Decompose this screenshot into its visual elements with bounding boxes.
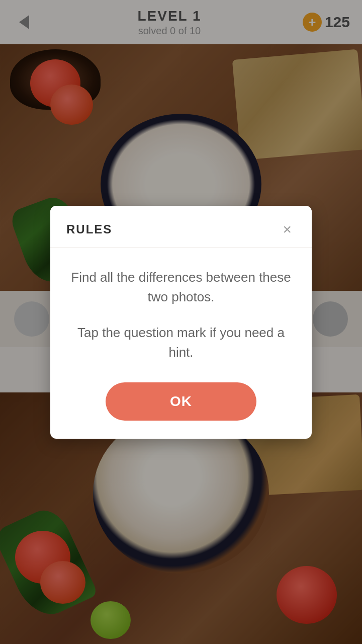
rules-modal: RULES × Find all the differences between… [50, 206, 312, 439]
modal-header: RULES × [50, 206, 312, 248]
modal-title: RULES [66, 222, 112, 236]
modal-overlay: RULES × Find all the differences between… [0, 0, 362, 644]
rule-text: Find all the differences between these t… [66, 268, 296, 307]
modal-body: Find all the differences between these t… [50, 248, 312, 439]
close-button[interactable]: × [279, 220, 296, 239]
hint-text: Tap the question mark if you need a hint… [66, 323, 296, 362]
ok-button[interactable]: OK [106, 382, 256, 421]
